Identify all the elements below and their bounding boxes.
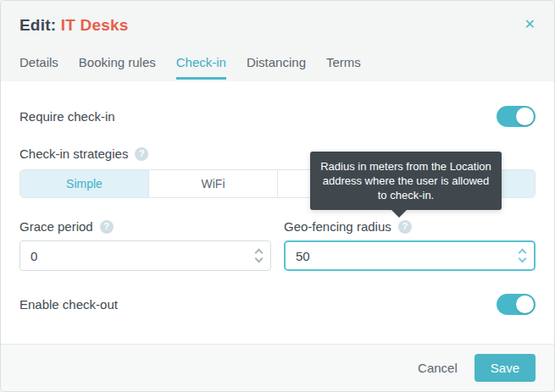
checkin-strategies-label: Check-in strategies	[19, 146, 128, 161]
title-space-name: IT Desks	[61, 16, 129, 34]
save-button[interactable]: Save	[475, 354, 536, 382]
toggle-knob	[516, 295, 534, 313]
enable-checkout-label: Enable check-out	[19, 297, 118, 312]
number-fields-row: Grace period ? Geo-fencing radius ?	[19, 219, 536, 271]
help-icon[interactable]: ?	[100, 220, 114, 234]
tab-terms[interactable]: Terms	[326, 55, 361, 80]
grace-period-label-row: Grace period ?	[19, 219, 271, 234]
toggle-knob	[516, 108, 534, 125]
dialog-footer: Cancel Save	[1, 344, 554, 391]
geofencing-radius-label: Geo-fencing radius	[284, 219, 391, 234]
dialog-body: Require check-in Check-in strategies ? S…	[1, 106, 554, 315]
title-row: Edit: IT Desks ✕	[19, 16, 536, 35]
grace-period-input-wrap	[19, 240, 271, 271]
cancel-button[interactable]: Cancel	[418, 361, 458, 375]
grace-period-input[interactable]	[20, 241, 270, 270]
require-checkin-label: Require check-in	[19, 109, 115, 124]
dialog-header: Edit: IT Desks ✕ Details Booking rules C…	[1, 1, 554, 81]
require-checkin-toggle[interactable]	[497, 106, 536, 127]
enable-checkout-toggle[interactable]	[497, 294, 536, 315]
tab-details[interactable]: Details	[19, 55, 58, 80]
geofencing-radius-label-row: Geo-fencing radius ?	[284, 219, 536, 234]
require-checkin-row: Require check-in	[19, 106, 536, 127]
segment-wifi[interactable]: WiFi	[148, 170, 277, 197]
page-title: Edit: IT Desks	[19, 16, 128, 35]
tooltip-text: Radius in meters from the Location addre…	[320, 160, 491, 202]
tab-booking-rules[interactable]: Booking rules	[79, 55, 156, 80]
tab-bar: Details Booking rules Check-in Distancin…	[19, 55, 536, 80]
geofencing-tooltip: Radius in meters from the Location addre…	[310, 152, 502, 210]
tab-distancing[interactable]: Distancing	[247, 55, 306, 80]
number-stepper[interactable]	[256, 250, 262, 262]
grace-period-field: Grace period ?	[19, 219, 271, 271]
edit-space-dialog: Edit: IT Desks ✕ Details Booking rules C…	[0, 0, 555, 392]
enable-checkout-row: Enable check-out	[19, 294, 536, 315]
grace-period-label: Grace period	[19, 219, 93, 234]
help-icon[interactable]: ?	[398, 220, 412, 234]
title-prefix: Edit:	[19, 16, 56, 34]
segment-simple[interactable]: Simple	[20, 170, 148, 197]
geofencing-radius-field: Geo-fencing radius ?	[284, 219, 536, 271]
geofencing-radius-input-wrap	[284, 240, 536, 271]
chevron-down-icon[interactable]	[519, 255, 527, 263]
number-stepper[interactable]	[519, 250, 525, 262]
tab-check-in[interactable]: Check-in	[176, 55, 226, 80]
chevron-down-icon[interactable]	[255, 255, 264, 263]
close-icon[interactable]: ✕	[524, 18, 536, 31]
help-icon[interactable]: ?	[135, 147, 148, 161]
geofencing-radius-input[interactable]	[286, 242, 534, 269]
